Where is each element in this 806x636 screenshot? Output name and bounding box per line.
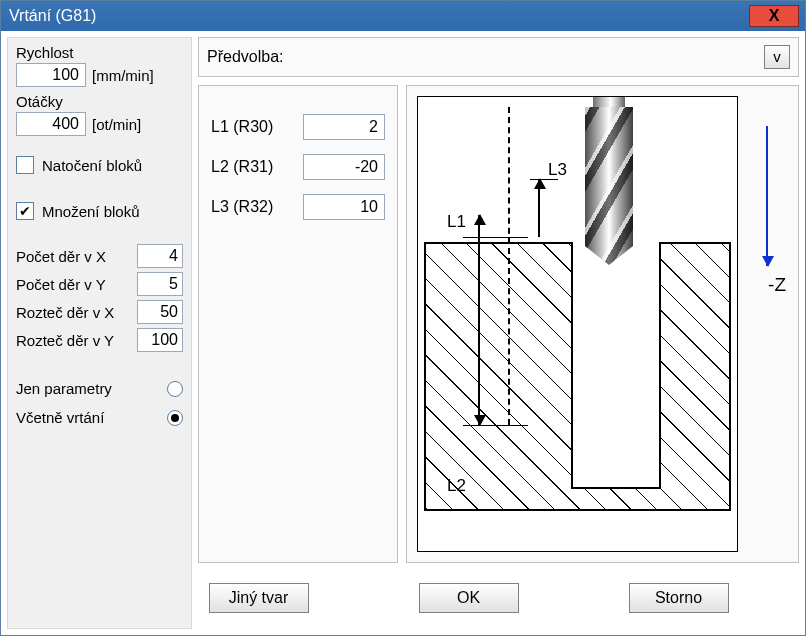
speed-input[interactable] (16, 63, 86, 87)
pitch-x-input[interactable] (137, 300, 183, 324)
arrow-l3 (538, 179, 540, 237)
content-area: Rychlost [mm/min] Otáčky [ot/min] Natoče… (1, 31, 805, 635)
rotate-blocks-label: Natočení bloků (42, 157, 142, 174)
holes-y-input[interactable] (137, 272, 183, 296)
left-panel: Rychlost [mm/min] Otáčky [ot/min] Natoče… (7, 37, 192, 629)
pitch-y-input[interactable] (137, 328, 183, 352)
l2-input[interactable] (303, 154, 385, 180)
diagram-box: L1 L2 L3 -Z (406, 85, 799, 563)
titlebar: Vrtání (G81) X (1, 1, 805, 31)
radio-params-label: Jen parametry (16, 380, 112, 397)
rotate-blocks-checkbox[interactable] (16, 156, 34, 174)
button-row: Jiný tvar OK Storno (138, 571, 799, 629)
l1-label: L1 (R30) (211, 118, 273, 136)
rpm-unit: [ot/min] (92, 116, 141, 133)
multiply-blocks-checkbox[interactable] (16, 202, 34, 220)
params-box: L1 (R30) L2 (R31) L3 (R32) (198, 85, 398, 563)
holes-x-input[interactable] (137, 244, 183, 268)
l3-label: L3 (R32) (211, 198, 273, 216)
arrow-l1-l2 (478, 215, 480, 425)
pitch-x-label: Rozteč děr v X (16, 304, 114, 321)
z-axis-label: -Z (768, 274, 786, 296)
preset-dropdown-button[interactable]: v (764, 45, 790, 69)
preset-box: Předvolba: v (198, 37, 799, 77)
speed-label: Rychlost (16, 44, 183, 61)
diagram-inner: L1 L2 L3 (417, 96, 738, 552)
workpiece-hatch (424, 242, 731, 511)
l1-input[interactable] (303, 114, 385, 140)
right-area: Předvolba: v L1 (R30) L2 (R31) L3 (R32) (198, 37, 799, 629)
l3-input[interactable] (303, 194, 385, 220)
cancel-button[interactable]: Storno (629, 583, 729, 613)
ok-button[interactable]: OK (419, 583, 519, 613)
diagram-l3-label: L3 (548, 160, 567, 180)
multiply-blocks-label: Množení bloků (42, 203, 140, 220)
speed-unit: [mm/min] (92, 67, 154, 84)
close-button[interactable]: X (749, 5, 799, 27)
pitch-y-label: Rozteč děr v Y (16, 332, 114, 349)
holes-y-label: Počet děr v Y (16, 276, 106, 293)
radio-full-label: Včetně vrtání (16, 409, 104, 426)
other-shape-button[interactable]: Jiný tvar (209, 583, 309, 613)
drill-hole (571, 242, 661, 489)
preset-label: Předvolba: (207, 48, 758, 66)
window-title: Vrtání (G81) (9, 7, 749, 25)
radio-params[interactable] (167, 381, 183, 397)
diagram-l1-label: L1 (447, 212, 466, 232)
middle-row: L1 (R30) L2 (R31) L3 (R32) (198, 85, 799, 563)
holes-x-label: Počet děr v X (16, 248, 106, 265)
drilling-dialog: Vrtání (G81) X Rychlost [mm/min] Otáčky … (0, 0, 806, 636)
rpm-input[interactable] (16, 112, 86, 136)
arrow-dashed (508, 107, 510, 425)
l2-label: L2 (R31) (211, 158, 273, 176)
z-axis-arrow (766, 126, 768, 266)
radio-full[interactable] (167, 410, 183, 426)
rpm-label: Otáčky (16, 93, 183, 110)
diagram-l2-label: L2 (447, 476, 466, 496)
